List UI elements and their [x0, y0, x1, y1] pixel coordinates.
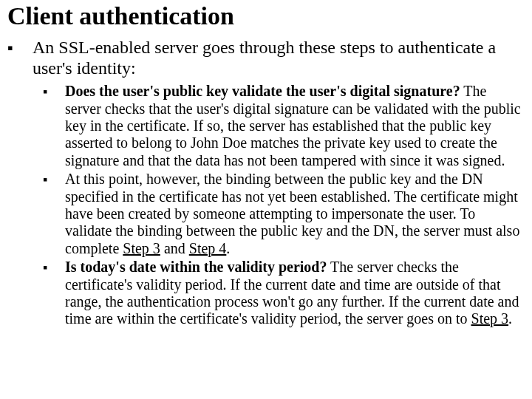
slide: Client authentication ▪ An SSL-enabled s…: [0, 0, 532, 399]
intro-text: An SSL-enabled server goes through these…: [33, 37, 522, 79]
step-4-link[interactable]: Step 4: [189, 240, 227, 256]
page-title: Client authentication: [7, 3, 522, 30]
step-3-link[interactable]: Step 3: [123, 240, 160, 256]
list-item: ▪ An SSL-enabled server goes through the…: [7, 37, 522, 79]
sub-item-1-question: Does the user's public key validate the …: [65, 83, 460, 99]
sub-item-2-post: .: [226, 240, 230, 256]
square-bullet-icon: ▪: [43, 259, 65, 276]
sub-item-3: Is today's date within the validity peri…: [65, 259, 522, 328]
sub-list: ▪ Does the user's public key validate th…: [43, 83, 522, 327]
sub-item-2: At this point, however, the binding betw…: [65, 171, 522, 257]
step-3-link[interactable]: Step 3: [471, 310, 509, 327]
sub-item-2-mid: and: [160, 240, 189, 256]
list-item: ▪ Is today's date within the validity pe…: [43, 259, 522, 328]
sub-item-3-post: .: [508, 310, 512, 327]
sub-item-1: Does the user's public key validate the …: [65, 83, 522, 169]
square-bullet-icon: ▪: [43, 171, 65, 188]
square-bullet-icon: ▪: [7, 37, 33, 58]
list-item: ▪ Does the user's public key validate th…: [43, 83, 522, 169]
list-item: ▪ At this point, however, the binding be…: [43, 171, 522, 257]
square-bullet-icon: ▪: [43, 83, 65, 100]
sub-item-3-question: Is today's date within the validity peri…: [65, 259, 327, 275]
